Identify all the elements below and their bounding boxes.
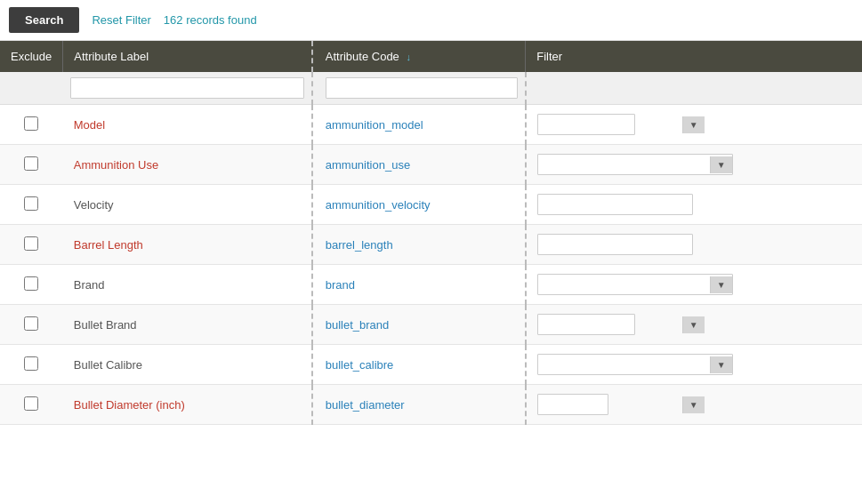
exclude-checkbox[interactable] [24,316,38,331]
table-header-row: Exclude Attribute Label Attribute Code ↓… [0,41,862,72]
attribute-code: barrel_length [326,238,393,252]
filter-select-wide: ▼ [537,354,733,375]
filter-select-wide: ▼ [537,154,733,175]
attribute-label: Barrel Length [74,238,143,252]
table-row: Ammunition Useammunition_use▼ [0,145,862,185]
table-row: Velocityammunition_velocity [0,185,862,225]
filter-select-input[interactable] [538,395,682,414]
attribute-code: ammunition_use [326,158,410,172]
attribute-label: Ammunition Use [74,158,158,172]
col-header-attribute-code[interactable]: Attribute Code ↓ [312,41,526,72]
filter-select-tiny: ▼ [537,394,608,415]
exclude-checkbox[interactable] [24,196,38,211]
attribute-code: bullet_brand [326,318,390,332]
filter-dropdown-btn[interactable]: ▼ [710,356,732,373]
filter-select-narrow: ▼ [537,114,635,135]
attribute-code: brand [326,278,355,292]
sort-icon: ↓ [406,52,411,62]
filter-dropdown-btn[interactable]: ▼ [682,316,705,333]
attribute-label: Bullet Brand [74,318,137,332]
filter-text-input[interactable] [537,194,693,215]
exclude-checkbox[interactable] [24,156,38,171]
filter-select-input[interactable] [538,275,710,294]
label-filter-input[interactable] [70,77,304,99]
col-header-attribute-label: Attribute Label [63,41,312,72]
exclude-checkbox[interactable] [24,276,38,291]
reset-filter-link[interactable]: Reset Filter [92,13,150,27]
filter-select-wide: ▼ [537,274,733,295]
table-row: Barrel Lengthbarrel_length [0,225,862,265]
attribute-code: bullet_diameter [326,398,405,412]
filter-select-input[interactable] [538,155,710,174]
attribute-code: ammunition_model [326,118,423,132]
col-header-filter: Filter [526,41,862,72]
filter-dropdown-btn[interactable]: ▼ [710,276,732,293]
filter-dropdown-btn[interactable]: ▼ [710,156,732,173]
attribute-label: Velocity [74,198,114,212]
filter-dropdown-btn[interactable]: ▼ [682,396,705,413]
filter-select-input[interactable] [538,115,682,134]
table-row: Bullet Diameter (inch)bullet_diameter▼ [0,385,862,425]
table-row: Brandbrand▼ [0,265,862,305]
table-row: Bullet Calibrebullet_calibre▼ [0,345,862,385]
exclude-checkbox[interactable] [24,236,38,251]
filter-select-input[interactable] [538,315,682,334]
exclude-checkbox[interactable] [24,356,38,371]
toolbar: Search Reset Filter 162 records found [0,0,862,41]
filter-select-narrow: ▼ [537,314,635,335]
search-button[interactable]: Search [9,7,79,33]
code-filter-input[interactable] [326,77,518,99]
record-count: 162 records found [164,13,257,27]
exclude-checkbox[interactable] [24,396,38,411]
filter-dropdown-btn[interactable]: ▼ [682,116,705,133]
table-row: Modelammunition_model▼ [0,105,862,145]
header-filter-row [0,72,862,105]
attribute-table: Exclude Attribute Label Attribute Code ↓… [0,41,862,425]
attribute-label: Bullet Calibre [74,358,142,372]
filter-text-input[interactable] [537,234,693,255]
filter-select-input[interactable] [538,355,710,374]
attribute-label: Brand [74,278,105,292]
col-header-exclude: Exclude [0,41,63,72]
exclude-checkbox[interactable] [24,116,38,131]
attribute-label: Bullet Diameter (inch) [74,398,185,412]
attribute-code: bullet_calibre [326,358,394,372]
table-row: Bullet Brandbullet_brand▼ [0,305,862,345]
attribute-code: ammunition_velocity [326,198,431,212]
attribute-label: Model [74,118,105,132]
